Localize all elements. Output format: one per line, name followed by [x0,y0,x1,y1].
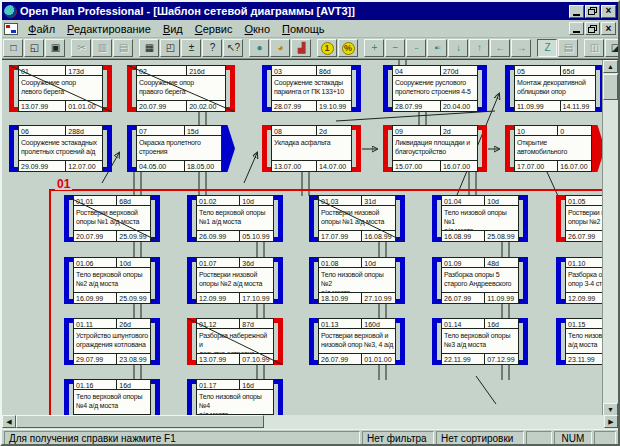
vertical-scroll-thumb[interactable] [603,74,618,100]
task-duration: 68d [117,196,150,205]
task-box[interactable]: 04270dСооружение руслового пролетного ст… [383,65,487,112]
percent-complete-button[interactable]: % [338,39,358,57]
context-help-button[interactable]: ↖? [223,39,243,57]
task-finish-date: 16.07.00 [558,161,591,171]
task-duration: 16d [117,380,150,389]
group-label: 01 [55,178,72,190]
task-box[interactable]: 0386dСооружение эстакады паркинга от ПК … [262,65,361,112]
restore-button[interactable] [585,5,600,18]
task-box[interactable]: 082dУкладка асфальта13.07.0014.07.00 [262,125,361,172]
child-close-button[interactable]: × [601,22,616,35]
task-id: 01.17 [197,380,240,389]
add-activity-icon: + [372,43,377,53]
task-duration: 48d [485,258,518,267]
task-finish-date: 17.10.99 [240,293,273,303]
task-box[interactable]: 01.05Ростверки верховой опоры №2 а/д мос… [556,195,603,242]
task-box[interactable]: 01.10Разборка оставшихся опор 3-4 старог… [556,257,603,304]
update-button[interactable]: ± [181,39,201,57]
print-button[interactable]: ▦ [139,39,159,57]
horizontal-scrollbar[interactable]: ◀ ▶ [2,415,618,429]
menu-view[interactable]: Вид [157,22,189,36]
save-button[interactable]: ▣ [45,39,65,57]
task-box[interactable]: 0565dМонтаж декоративной облицовки опор1… [505,65,603,112]
task-box[interactable]: 01.13160dРостверки верховой и низовой оп… [309,318,405,365]
task-box[interactable]: 01.0736dРостверки низовой опоры №2 а/д м… [187,257,283,304]
move-right-button[interactable]: → [511,39,531,57]
task-id: 01.06 [74,258,117,267]
child-minimize-button[interactable] [569,22,584,35]
task-duration: 10d [485,196,518,205]
document-icon[interactable] [4,23,18,35]
task-box[interactable]: 100Открытие автомобильного17.07.0016.07.… [505,125,603,172]
task-id: 01.14 [442,319,485,328]
task-box[interactable]: 01.0948dРазборка опоры 5 старого Андреев… [432,257,528,304]
horizontal-scroll-thumb[interactable] [16,415,264,428]
scroll-right-button[interactable]: ▶ [604,415,618,428]
zigzag-layout-button[interactable]: Z [537,39,557,57]
task-box[interactable]: 01.0168dРостверки верховой опоры №1 а/д … [64,195,160,242]
move-up-button[interactable]: ↑ [469,39,489,57]
task-box[interactable]: 06288dСооружение эстакадных пролетных ст… [9,125,112,172]
move-down-icon: ↓ [456,43,460,53]
cost-button[interactable]: 1 [317,39,337,57]
task-box[interactable]: 01.0810dТело низовой опоры №2 а/д моста1… [309,257,405,304]
task-duration: 65d [561,66,595,75]
scroll-up-button[interactable]: ▲ [603,60,618,73]
task-box[interactable]: 01.0410dТело низовой опоры №1 а/д моста1… [432,195,528,242]
task-box[interactable]: 01.1416dТело верховой опоры №3 а/д моста… [432,318,528,365]
scroll-left-button[interactable]: ◀ [2,415,16,428]
print-preview-button[interactable]: ◰ [160,39,180,57]
external-window-button[interactable]: ◪ [605,39,620,57]
task-box[interactable]: 01.15Тело низовой опоры а/д моста23.11.9… [556,318,603,365]
delete-activity-button[interactable]: − [385,39,405,57]
task-box[interactable]: 01.0210dТело верховой опоры №1 а/д моста… [187,195,283,242]
bracket-right-icon [478,125,487,172]
menu-help[interactable]: Помощь [276,22,331,36]
open-button[interactable]: ◱ [24,39,44,57]
task-id: 01 [19,66,66,75]
task-box[interactable]: 01.0610dТело верховой опоры №2 а/д моста… [64,257,160,304]
menu-window[interactable]: Окно [238,22,276,36]
time-analysis-button[interactable]: ◕ [270,39,290,57]
menu-bar: ФайлРедактированиеВидСервисОкноПомощь × [2,20,618,38]
task-body: 01.1126dУстройство шпунтового ограждения… [73,318,151,365]
task-box[interactable]: 02216dСооружение опор правого берега20.0… [127,65,235,112]
task-duration: 288d [66,126,102,135]
group-outline-left [49,189,51,415]
move-down-button[interactable]: ↓ [448,39,468,57]
task-box[interactable]: 01.1126dУстройство шпунтового ограждения… [64,318,160,365]
menu-edit[interactable]: Редактирование [61,22,157,36]
unlink-button[interactable]: ▪▫ [427,39,447,57]
bracket-right-icon [151,257,160,304]
paste-button: ▤ [113,39,133,57]
bracket-left-icon [187,195,196,242]
task-box[interactable]: 01.1616dТело верховой опоры №4 а/д моста… [64,379,160,415]
move-left-button[interactable]: ← [490,39,510,57]
task-box[interactable]: 01.1287dРазборка набережной и досыпка ос… [187,318,283,365]
minimize-button[interactable] [569,5,584,18]
update-icon: ± [189,43,194,53]
menu-service[interactable]: Сервис [189,22,239,36]
select-tool-button[interactable]: ● [249,39,269,57]
link-button[interactable]: ∙∙ [406,39,426,57]
task-box[interactable]: 092dЛиквидация площадки и благоустройств… [383,125,487,172]
status-blank-1 [526,431,552,445]
task-box[interactable]: 01.1716dТело низовой опоры №4 а/д моста2… [187,379,283,415]
add-activity-button[interactable]: + [364,39,384,57]
task-finish-date: 11.09.99 [485,293,518,303]
new-button[interactable]: □ [3,39,23,57]
close-icon: × [606,6,612,16]
task-body: 01.0810dТело низовой опоры №2 а/д моста1… [318,257,396,304]
task-start-date: 17.07.99 [319,231,362,241]
task-body: 01.0331dРостверки низовой опоры №1 а/д м… [318,195,396,242]
help-button[interactable]: ? [202,39,222,57]
menu-file[interactable]: Файл [22,22,61,36]
child-restore-button[interactable] [585,22,600,35]
task-box[interactable]: 01.0331dРостверки низовой опоры №1 а/д м… [309,195,405,242]
vertical-scrollbar[interactable]: ▲ ▼ [603,60,618,416]
histogram-button[interactable]: ▟ [291,39,311,57]
task-box[interactable]: 0715dОкраска пролетного строения04.05.00… [127,125,235,172]
close-button[interactable]: × [601,5,616,18]
notes-button: ▤ [558,39,578,57]
task-box[interactable]: 01173dСооружение опор левого берега13.07… [9,65,112,112]
